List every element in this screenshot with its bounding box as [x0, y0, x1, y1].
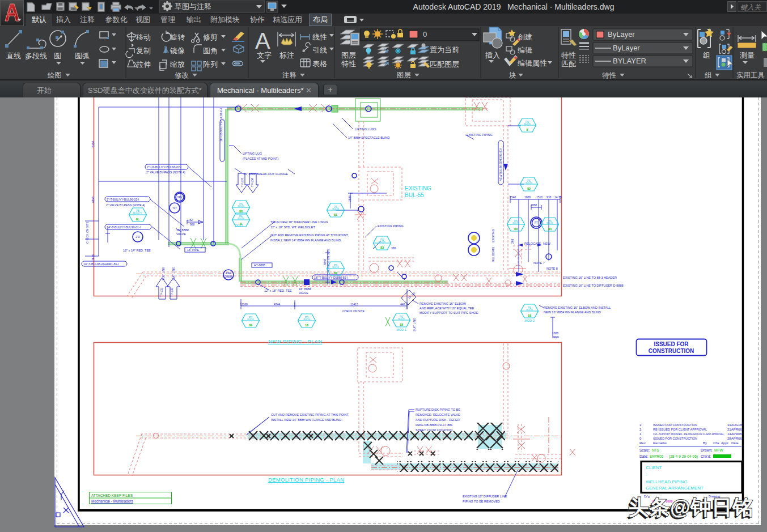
svg-text:镜像: 镜像 [169, 46, 185, 55]
svg-text:创建: 创建 [518, 33, 532, 41]
svg-text:Date:: Date: [639, 454, 649, 458]
svg-text:线性: 线性 [312, 33, 327, 41]
svg-text:NOTE 7: NOTE 7 [533, 261, 545, 265]
svg-text:缩放: 缩放 [170, 60, 185, 69]
svg-text:BUL96: BUL96 [303, 318, 310, 321]
svg-text:TP-103: TP-103 [241, 178, 244, 187]
svg-text:ByLayer: ByLayer [608, 30, 635, 39]
svg-text:NTS: NTS [652, 448, 660, 452]
svg-text:BUL96: BUL96 [546, 222, 553, 224]
svg-text:BUL96: BUL96 [512, 222, 519, 224]
svg-text:MFW: MFW [714, 448, 723, 452]
svg-text:匹配: 匹配 [561, 59, 576, 68]
svg-text:RELOCATE: RELOCATE [524, 242, 541, 245]
svg-text:特性: 特性 [602, 71, 617, 79]
svg-text:AND RUPTURE DISK - REFER: AND RUPTURE DISK - REFER [416, 418, 460, 422]
svg-text:TP-101: TP-101 [160, 288, 163, 297]
svg-text:图层: 图层 [397, 71, 411, 79]
svg-text:TP-100: TP-100 [171, 288, 173, 297]
svg-text:2"D: 2"D [135, 236, 140, 239]
svg-text:ByLayer: ByLayer [613, 44, 640, 52]
svg-text:圆角: 圆角 [203, 46, 218, 55]
svg-text:SHEET 2 FOR LOCATION: SHEET 2 FOR LOCATION [416, 428, 452, 432]
svg-text:VALVE: VALVE [176, 232, 186, 236]
svg-text:3: 3 [639, 423, 642, 427]
svg-text:BUL96: BUL96 [332, 208, 339, 210]
svg-text:298: 298 [511, 239, 514, 244]
svg-text:84: 84 [548, 227, 552, 231]
svg-text:圆: 圆 [54, 52, 61, 60]
svg-text:标注: 标注 [279, 51, 294, 59]
svg-text:REMOVE EXISTING 16" ELBOW AND: REMOVE EXISTING 16" ELBOW AND INSTALL [544, 306, 611, 309]
svg-text:16" 888# BREAK-OUT FLANGE: 16" 888# BREAK-OUT FLANGE [243, 172, 288, 176]
svg-text:EXISTING PIPING: EXISTING PIPING [378, 224, 404, 228]
svg-text:Drawn:: Drawn: [701, 448, 713, 452]
svg-text:0: 0 [423, 30, 427, 39]
svg-text:EXISTING: EXISTING [491, 229, 495, 242]
svg-text:组: 组 [703, 51, 710, 59]
svg-text:VALVE: VALVE [299, 291, 308, 295]
svg-text:匹配图层: 匹配图层 [430, 60, 459, 69]
svg-text:14"-T-BUL96-2&HDR1-81-I: 14"-T-BUL96-2&HDR1-81-I [83, 262, 119, 266]
svg-text:388: 388 [391, 246, 396, 250]
svg-text:ATTACHED KEEP FILES: ATTACHED KEEP FILES [91, 493, 133, 497]
svg-text:插入: 插入 [485, 51, 500, 59]
svg-text:2" VALVE BY-PASS (NOTE 4): 2" VALVE BY-PASS (NOTE 4) [146, 171, 185, 174]
svg-text:拉伸: 拉伸 [136, 60, 151, 69]
svg-text:D8888: D8888 [224, 275, 232, 278]
svg-text:1888: 1888 [531, 203, 537, 207]
svg-text:组: 组 [705, 71, 712, 79]
svg-text:NEW 16" 888# WN FLANGE AND BLI: NEW 16" 888# WN FLANGE AND BLIND [544, 310, 601, 314]
svg-text:EXISTING 18" DIFFUSER LINE: EXISTING 18" DIFFUSER LINE [463, 495, 507, 498]
svg-text:18"-T-BULIYY-D0888-81-I: 18"-T-BULIYY-D0888-81-I [314, 276, 348, 279]
svg-text:1888: 1888 [552, 331, 558, 335]
svg-text:-: - [646, 472, 647, 477]
svg-text:特性: 特性 [341, 59, 356, 68]
svg-text:81: 81 [334, 213, 337, 216]
svg-text:BUL96: BUL96 [526, 309, 533, 311]
svg-text:DEMOLITION PIPING - PLAN: DEMOLITION PIPING - PLAN [268, 476, 344, 483]
svg-text:Chk: Chk [713, 441, 720, 445]
svg-text:DWG-NB-8888-PD-17-881: DWG-NB-8888-PD-17-881 [416, 423, 452, 427]
svg-text:CUT AND REMOVE EXISTING PIPING: CUT AND REMOVE EXISTING PIPING AT THIS P… [270, 233, 349, 237]
svg-text:EXISTING 16" LINE TO DIFFUSER: EXISTING 16" LINE TO DIFFUSER D-8888 [563, 284, 624, 287]
svg-text:CONSTRUCTION: CONSTRUCTION [649, 348, 694, 354]
svg-text:2: 2 [639, 428, 642, 431]
svg-text:BUL-55: BUL-55 [405, 192, 424, 198]
svg-text:旋转: 旋转 [170, 33, 185, 41]
svg-text:PT: PT [535, 222, 538, 224]
svg-text:BUL96: BUL96 [398, 318, 405, 320]
svg-text:Chk'd:: Chk'd: [701, 454, 711, 458]
svg-text:7616: 7616 [91, 254, 95, 261]
svg-text:BUL96: BUL96 [238, 205, 244, 207]
svg-text:Mechanical - Multileaders: Mechanical - Multileaders [91, 499, 133, 503]
svg-text:LIFTING LUGS: LIFTING LUGS [355, 127, 376, 131]
svg-text:83: 83 [514, 227, 518, 231]
svg-text:注释: 注释 [282, 71, 296, 79]
svg-text:1548: 1548 [510, 195, 516, 199]
svg-text:置为当前: 置为当前 [430, 45, 459, 54]
svg-text:2"-U2-BULIYY-BUL96-02-I: 2"-U2-BULIYY-BUL96-02-I [147, 165, 181, 169]
svg-text:图层: 图层 [341, 51, 356, 59]
svg-text:2888: 2888 [348, 195, 351, 202]
svg-text:移动: 移动 [135, 33, 151, 41]
svg-text:16" x 14" RED. TEE: 16" x 14" RED. TEE [123, 249, 151, 252]
svg-text:By: By [703, 441, 707, 445]
svg-text:阵列: 阵列 [203, 60, 218, 69]
svg-text:16" 888#: 16" 888# [176, 228, 189, 232]
svg-text:Rev: Rev [639, 441, 646, 445]
svg-text:WELLHEAD PIPING: WELLHEAD PIPING [646, 479, 687, 484]
svg-text:8158: 8158 [91, 141, 95, 147]
svg-text:CLIENT: CLIENT [646, 465, 662, 470]
svg-text:PIPING TO BE REMOVED: PIPING TO BE REMOVED [463, 500, 500, 503]
svg-text:8: 8 [526, 128, 528, 131]
svg-text:INSTALL NEW 14" 888# WN FLANGE: INSTALL NEW 14" 888# WN FLANGE AND BLIND… [271, 418, 342, 422]
svg-text:SUIT LINE: SUIT LINE [162, 267, 165, 280]
svg-text:MODIFY SUPPORT TO SUIT PIPE SH: MODIFY SUPPORT TO SUIT PIPE SHOE [419, 311, 478, 314]
svg-text:18: 18 [400, 323, 403, 326]
svg-text:测量: 测量 [740, 51, 755, 59]
svg-text:SUIT LINE: SUIT LINE [172, 267, 175, 280]
svg-text:14" 888# SPECTACLE BLIND: 14" 888# SPECTACLE BLIND [348, 136, 389, 139]
svg-text:CVL- SUPPORT MODIFIED - RE-ISS: CVL- SUPPORT MODIFIED - RE-ISSUED FOR CL… [653, 432, 724, 436]
svg-text:14.75: 14.75 [554, 195, 562, 199]
